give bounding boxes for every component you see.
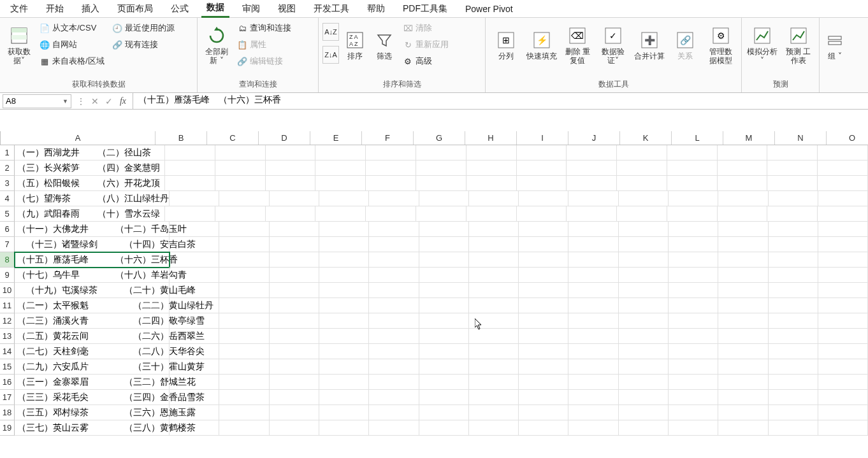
cell-G17[interactable] — [419, 390, 469, 405]
cell-A8[interactable]: （十五）雁荡毛峰 （十六）三杯香 — [15, 252, 170, 268]
row-header-1[interactable]: 1 — [0, 145, 15, 161]
cell-J1[interactable] — [567, 145, 617, 161]
menu-开发工具[interactable]: 开发工具 — [308, 1, 354, 17]
row-header-6[interactable]: 6 — [0, 222, 15, 237]
cell-J18[interactable] — [568, 405, 618, 420]
formula-input[interactable]: （十五）雁荡毛峰 （十六）三杯香 — [133, 93, 868, 109]
cell-A3[interactable]: （五）松阳银候 （六）开花龙顶 — [15, 176, 165, 191]
cell-D15[interactable] — [270, 359, 319, 375]
cell-O2[interactable] — [818, 161, 868, 176]
cell-E17[interactable] — [319, 390, 369, 405]
cell-O18[interactable] — [818, 405, 868, 420]
cell-M2[interactable] — [718, 161, 768, 176]
col-header-D[interactable]: D — [259, 131, 310, 145]
cell-E4[interactable] — [319, 191, 369, 206]
menu-开始[interactable]: 开始 — [41, 1, 69, 17]
cell-I6[interactable] — [519, 222, 568, 237]
cell-G7[interactable] — [419, 237, 469, 252]
cell-J10[interactable] — [568, 283, 618, 298]
cell-B4[interactable] — [170, 191, 219, 206]
accept-formula-button[interactable]: ✓ — [102, 94, 116, 108]
cell-H18[interactable] — [469, 405, 519, 420]
cell-L13[interactable] — [669, 329, 718, 344]
cell-A1[interactable]: （一）西湖龙井 （二）径山茶 — [15, 145, 165, 161]
cell-I12[interactable] — [519, 313, 568, 329]
cell-F2[interactable] — [366, 161, 416, 176]
data-tool-3[interactable]: ✓数据验 证˅ — [597, 20, 630, 70]
cell-E7[interactable] — [319, 237, 369, 252]
row-header-19[interactable]: 19 — [0, 420, 15, 436]
forecast-btn-1[interactable]: 预测 工作表 — [782, 20, 816, 70]
cell-L4[interactable] — [669, 191, 718, 206]
cell-H17[interactable] — [469, 390, 519, 405]
cell-G1[interactable] — [416, 145, 467, 161]
cell-E3[interactable] — [315, 176, 366, 191]
cell-M10[interactable] — [718, 283, 768, 298]
cell-F7[interactable] — [369, 237, 419, 252]
cell-A13[interactable]: （二五）黄花云间 （二六）岳西翠兰 — [15, 329, 170, 344]
cell-F3[interactable] — [366, 176, 416, 191]
cell-O17[interactable] — [818, 390, 868, 405]
cell-B13[interactable] — [170, 329, 219, 344]
cell-L2[interactable] — [667, 161, 718, 176]
cell-E12[interactable] — [319, 313, 369, 329]
filter-button[interactable]: 筛选 — [371, 20, 398, 70]
from-table-range-button[interactable]: ▦来自表格/区域 — [37, 54, 107, 69]
cell-B18[interactable] — [170, 405, 219, 420]
col-header-H[interactable]: H — [465, 131, 517, 145]
cell-C6[interactable] — [219, 222, 269, 237]
cell-G12[interactable] — [419, 313, 469, 329]
cell-N8[interactable] — [769, 252, 818, 268]
cell-E19[interactable] — [319, 420, 369, 436]
cell-H3[interactable] — [467, 176, 517, 191]
cell-C18[interactable] — [219, 405, 269, 420]
cell-D9[interactable] — [270, 268, 319, 283]
cell-K15[interactable] — [619, 359, 669, 375]
cell-C17[interactable] — [219, 390, 269, 405]
cell-J11[interactable] — [568, 298, 618, 313]
cell-I9[interactable] — [519, 268, 568, 283]
cell-I10[interactable] — [519, 283, 568, 298]
cell-M13[interactable] — [718, 329, 768, 344]
cell-L19[interactable] — [669, 420, 718, 436]
fx-button[interactable]: fx — [116, 94, 130, 108]
cell-O7[interactable] — [818, 237, 868, 252]
row-header-18[interactable]: 18 — [0, 405, 15, 420]
cell-G15[interactable] — [419, 359, 469, 375]
cell-L10[interactable] — [669, 283, 718, 298]
cell-G5[interactable] — [416, 206, 467, 222]
cell-G16[interactable] — [419, 375, 469, 390]
cell-C11[interactable] — [219, 298, 269, 313]
cell-E1[interactable] — [315, 145, 366, 161]
group-button[interactable]: 组 ˅ — [823, 20, 846, 70]
row-header-4[interactable]: 4 — [0, 191, 15, 206]
cell-C2[interactable] — [215, 161, 266, 176]
cell-H1[interactable] — [467, 145, 517, 161]
cell-I17[interactable] — [519, 390, 568, 405]
data-tool-2[interactable]: ⌫删除 重复值 — [561, 20, 594, 70]
cell-J3[interactable] — [567, 176, 617, 191]
col-header-A[interactable]: A — [1, 131, 156, 145]
cell-M14[interactable] — [718, 344, 768, 359]
cell-K6[interactable] — [619, 222, 669, 237]
menu-Power Pivot[interactable]: Power Pivot — [460, 1, 518, 17]
cell-D11[interactable] — [270, 298, 319, 313]
cell-O13[interactable] — [818, 329, 868, 344]
cell-A11[interactable]: （二一）太平猴魁 （二二）黄山绿牡丹 — [15, 298, 170, 313]
cell-N2[interactable] — [767, 161, 818, 176]
cell-K1[interactable] — [617, 145, 667, 161]
cell-B1[interactable] — [165, 145, 215, 161]
cell-H4[interactable] — [469, 191, 519, 206]
refresh-all-button[interactable]: 全部刷新 ˅ — [201, 20, 232, 70]
cell-C12[interactable] — [219, 313, 269, 329]
row-header-12[interactable]: 12 — [0, 313, 15, 329]
cell-J15[interactable] — [568, 359, 618, 375]
cell-J12[interactable] — [568, 313, 618, 329]
cell-O4[interactable] — [818, 191, 868, 206]
cell-J7[interactable] — [568, 237, 618, 252]
cell-F19[interactable] — [369, 420, 419, 436]
cell-H2[interactable] — [467, 161, 517, 176]
cell-M8[interactable] — [718, 252, 768, 268]
cell-B2[interactable] — [165, 161, 215, 176]
cell-O14[interactable] — [818, 344, 868, 359]
